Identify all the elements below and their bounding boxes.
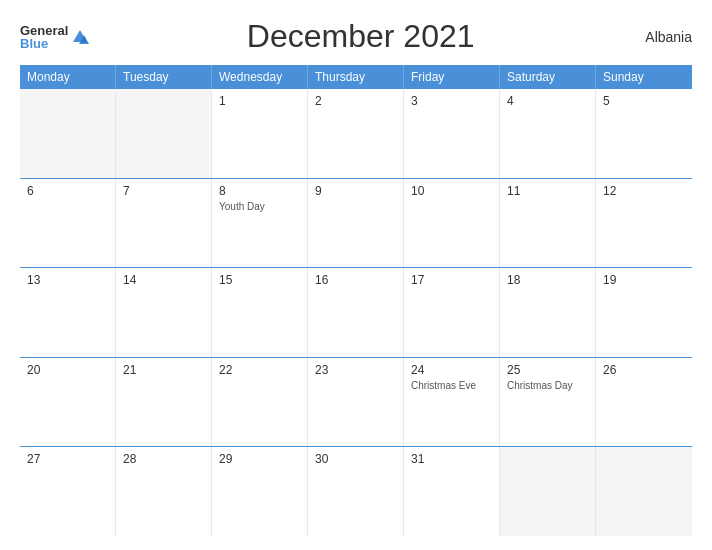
calendar-cell: 8Youth Day	[212, 179, 308, 268]
header: General Blue December 2021 Albania	[20, 18, 692, 55]
calendar-cell: 7	[116, 179, 212, 268]
day-number: 10	[411, 184, 492, 198]
day-number: 13	[27, 273, 108, 287]
day-number: 19	[603, 273, 685, 287]
calendar-cell: 22	[212, 358, 308, 447]
day-number: 5	[603, 94, 685, 108]
day-number: 25	[507, 363, 588, 377]
calendar-cell: 25Christmas Day	[500, 358, 596, 447]
day-number: 20	[27, 363, 108, 377]
calendar-cell: 20	[20, 358, 116, 447]
calendar-cell: 31	[404, 447, 500, 536]
calendar-cell: 27	[20, 447, 116, 536]
day-event: Christmas Day	[507, 379, 588, 392]
day-number: 23	[315, 363, 396, 377]
day-number: 24	[411, 363, 492, 377]
day-number: 15	[219, 273, 300, 287]
day-number: 29	[219, 452, 300, 466]
day-number: 4	[507, 94, 588, 108]
calendar-cell: 15	[212, 268, 308, 357]
calendar-cell: 29	[212, 447, 308, 536]
day-number: 21	[123, 363, 204, 377]
day-number: 30	[315, 452, 396, 466]
calendar-cell: 13	[20, 268, 116, 357]
calendar-header: MondayTuesdayWednesdayThursdayFridaySatu…	[20, 65, 692, 89]
page-title: December 2021	[89, 18, 632, 55]
day-number: 6	[27, 184, 108, 198]
calendar-cell: 21	[116, 358, 212, 447]
day-number: 7	[123, 184, 204, 198]
calendar-cell: 23	[308, 358, 404, 447]
calendar-cell: 11	[500, 179, 596, 268]
day-number: 17	[411, 273, 492, 287]
calendar-cell: 5	[596, 89, 692, 178]
calendar-cell: 10	[404, 179, 500, 268]
day-event: Youth Day	[219, 200, 300, 213]
country-label: Albania	[632, 29, 692, 45]
day-number: 12	[603, 184, 685, 198]
calendar-cell: 24Christmas Eve	[404, 358, 500, 447]
day-number: 9	[315, 184, 396, 198]
day-number: 3	[411, 94, 492, 108]
day-number: 22	[219, 363, 300, 377]
day-number: 28	[123, 452, 204, 466]
calendar-cell: 19	[596, 268, 692, 357]
calendar-cell: 4	[500, 89, 596, 178]
logo: General Blue	[20, 24, 89, 50]
calendar-cell: 16	[308, 268, 404, 357]
day-number: 11	[507, 184, 588, 198]
day-number: 31	[411, 452, 492, 466]
day-number: 1	[219, 94, 300, 108]
calendar-row: 13141516171819	[20, 268, 692, 358]
day-number: 27	[27, 452, 108, 466]
calendar-cell	[596, 447, 692, 536]
weekday-header: Friday	[404, 65, 500, 89]
weekday-header: Thursday	[308, 65, 404, 89]
calendar-cell	[20, 89, 116, 178]
calendar-cell: 9	[308, 179, 404, 268]
calendar-row: 12345	[20, 89, 692, 179]
calendar-cell: 6	[20, 179, 116, 268]
day-number: 2	[315, 94, 396, 108]
calendar-cell: 30	[308, 447, 404, 536]
calendar-cell: 1	[212, 89, 308, 178]
day-number: 8	[219, 184, 300, 198]
day-number: 16	[315, 273, 396, 287]
calendar-cell	[500, 447, 596, 536]
calendar-cell: 14	[116, 268, 212, 357]
logo-general: General	[20, 24, 68, 37]
logo-blue: Blue	[20, 37, 68, 50]
day-event: Christmas Eve	[411, 379, 492, 392]
day-number: 18	[507, 273, 588, 287]
calendar-body: 12345678Youth Day91011121314151617181920…	[20, 89, 692, 536]
calendar-cell: 17	[404, 268, 500, 357]
page: General Blue December 2021 Albania Monda…	[0, 0, 712, 550]
day-number: 26	[603, 363, 685, 377]
calendar-cell: 28	[116, 447, 212, 536]
weekday-header: Monday	[20, 65, 116, 89]
logo-icon	[71, 28, 89, 46]
weekday-header: Wednesday	[212, 65, 308, 89]
calendar-cell: 2	[308, 89, 404, 178]
calendar-cell: 3	[404, 89, 500, 178]
weekday-header: Saturday	[500, 65, 596, 89]
calendar-cell: 26	[596, 358, 692, 447]
calendar-cell	[116, 89, 212, 178]
calendar-cell: 18	[500, 268, 596, 357]
calendar-row: 2021222324Christmas Eve25Christmas Day26	[20, 358, 692, 448]
calendar-cell: 12	[596, 179, 692, 268]
calendar-row: 678Youth Day9101112	[20, 179, 692, 269]
calendar-row: 2728293031	[20, 447, 692, 536]
weekday-header: Sunday	[596, 65, 692, 89]
day-number: 14	[123, 273, 204, 287]
weekday-header: Tuesday	[116, 65, 212, 89]
calendar: MondayTuesdayWednesdayThursdayFridaySatu…	[20, 65, 692, 536]
